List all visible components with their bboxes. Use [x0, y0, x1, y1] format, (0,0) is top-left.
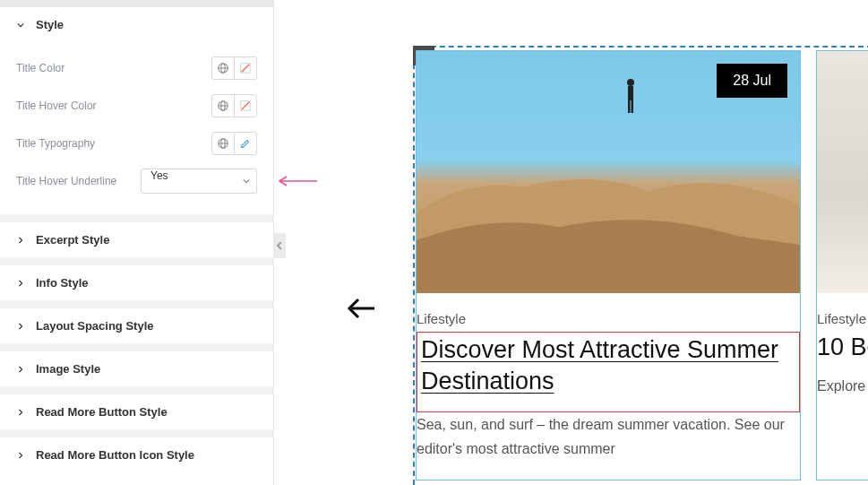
section-style: Style Title Color Title Hover Color: [0, 7, 273, 214]
section-title: Style: [36, 18, 64, 31]
color-swatch-button[interactable]: [234, 94, 257, 117]
panel-top-bar: [0, 0, 273, 7]
post-body: Lifestyle 10 Best Ideas Explore our deco…: [817, 293, 868, 398]
post-excerpt: Sea, sun, and surf – the dream summer va…: [417, 412, 800, 461]
pencil-icon: [239, 137, 252, 150]
svg-rect-20: [628, 86, 633, 100]
annotation-arrow-icon: [278, 174, 317, 188]
preview-canvas: 28 Jul Lifestyle Discover Most Attractiv…: [274, 0, 868, 485]
section-header[interactable]: Info Style: [0, 264, 273, 300]
section-header[interactable]: Read More Button Icon Style: [0, 437, 273, 472]
post-title[interactable]: 10 Best Ideas: [817, 332, 868, 363]
date-badge: 28 Jul: [717, 64, 787, 98]
section-read-more-button-style: Read More Button Style: [0, 394, 273, 429]
typography-controls: [211, 132, 257, 155]
section-gap: [0, 214, 273, 221]
section-gap: [0, 386, 273, 394]
svg-point-19: [627, 79, 634, 86]
section-body-style: Title Color Title Hover Color: [0, 42, 273, 214]
field-label: Title Typography: [16, 137, 211, 150]
svg-rect-22: [632, 100, 634, 113]
post-title[interactable]: Discover Most Attractive Summer Destinat…: [421, 334, 792, 397]
post-image: 28 Jul: [417, 51, 800, 293]
no-color-icon: [239, 62, 252, 74]
section-header[interactable]: Layout Spacing Style: [0, 307, 273, 343]
section-read-more-button-icon-style: Read More Button Icon Style: [0, 437, 273, 472]
caret-down-icon: [16, 22, 25, 29]
post-image: [817, 51, 868, 293]
globe-icon: [217, 62, 229, 74]
globe-button[interactable]: [211, 94, 235, 117]
section-title: Image Style: [36, 362, 100, 376]
field-title-color: Title Color: [16, 49, 257, 87]
title-hover-underline-select[interactable]: Yes: [141, 169, 257, 194]
section-image-style: Image Style: [0, 351, 273, 386]
section-gap: [0, 300, 273, 307]
globe-icon: [217, 100, 229, 112]
no-color-icon: [239, 100, 252, 112]
section-title: Excerpt Style: [36, 233, 109, 247]
post-category[interactable]: Lifestyle: [417, 311, 800, 326]
caret-right-icon: [16, 409, 25, 416]
field-title-hover-color: Title Hover Color: [16, 87, 257, 125]
section-info-style: Info Style: [0, 264, 273, 300]
field-label: Title Hover Color: [16, 100, 211, 112]
svg-rect-21: [628, 100, 631, 113]
caret-right-icon: [16, 366, 25, 373]
globe-button[interactable]: [211, 132, 235, 155]
svg-line-4: [242, 65, 250, 73]
post-card[interactable]: Lifestyle 10 Best Ideas Explore our deco…: [816, 50, 868, 481]
color-controls: [211, 56, 257, 80]
post-excerpt: Explore our decoration: [817, 374, 868, 398]
section-header[interactable]: Read More Button Style: [0, 394, 273, 429]
section-layout-spacing-style: Layout Spacing Style: [0, 307, 273, 343]
rock-illustration: [417, 160, 800, 294]
field-label: Title Hover Underline: [16, 175, 141, 187]
svg-line-9: [242, 102, 250, 110]
section-title: Read More Button Style: [36, 405, 168, 419]
field-title-hover-underline: Title Hover Underline Yes: [16, 162, 257, 200]
globe-icon: [217, 137, 229, 150]
section-gap: [0, 257, 273, 264]
caret-right-icon: [16, 323, 25, 330]
post-category[interactable]: Lifestyle: [817, 311, 868, 326]
section-header-style[interactable]: Style: [0, 7, 273, 42]
title-highlight-box: Discover Most Attractive Summer Destinat…: [417, 332, 800, 412]
select-wrap: Yes: [141, 169, 257, 194]
post-card[interactable]: 28 Jul Lifestyle Discover Most Attractiv…: [416, 50, 801, 481]
post-body: Lifestyle Discover Most Attractive Summe…: [417, 293, 800, 462]
section-title: Info Style: [36, 276, 89, 290]
field-label: Title Color: [16, 62, 211, 74]
section-header[interactable]: Image Style: [0, 351, 273, 386]
color-swatch-button[interactable]: [234, 56, 257, 80]
caret-right-icon: [16, 452, 25, 459]
carousel-prev-button[interactable]: [344, 291, 378, 325]
arrow-left-icon: [344, 291, 378, 325]
field-title-typography: Title Typography: [16, 125, 257, 162]
section-gap: [0, 429, 273, 437]
section-gap: [0, 343, 273, 351]
caret-right-icon: [16, 280, 25, 287]
edit-typography-button[interactable]: [234, 132, 257, 155]
color-controls: [211, 94, 257, 117]
section-title: Layout Spacing Style: [36, 319, 153, 333]
section-excerpt-style: Excerpt Style: [0, 221, 273, 257]
caret-right-icon: [16, 237, 25, 244]
section-header[interactable]: Excerpt Style: [0, 221, 273, 257]
section-title: Read More Button Icon Style: [36, 448, 194, 462]
globe-button[interactable]: [211, 56, 235, 80]
style-panel: Style Title Color Title Hover Color: [0, 0, 274, 485]
person-silhouette: [623, 78, 638, 116]
